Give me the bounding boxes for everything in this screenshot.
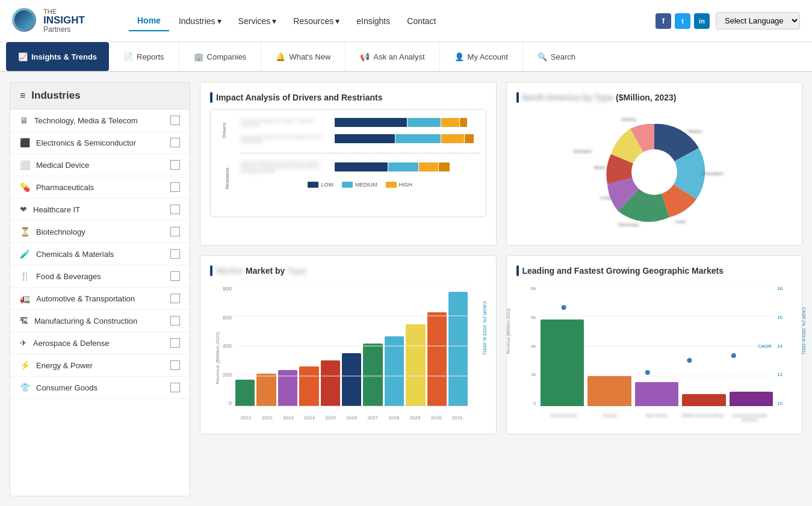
food-checkbox[interactable] bbox=[170, 271, 180, 281]
language-select[interactable]: Select Language bbox=[716, 12, 800, 29]
sidebar-header: ≡ Industries bbox=[10, 82, 190, 110]
top-navigation: THE INSIGHT Partners Home Industries▾ Se… bbox=[0, 0, 812, 42]
tech-label: Technology, Media & Telecom bbox=[34, 116, 138, 125]
consumer-icon: 👕 bbox=[20, 383, 30, 392]
tech-checkbox[interactable] bbox=[170, 116, 180, 125]
food-label: Food & Beverages bbox=[36, 272, 101, 281]
sidebar-item-food[interactable]: 🍴Food & Beverages bbox=[10, 265, 190, 288]
healthcare-icon: ❤ bbox=[20, 205, 27, 214]
sidebar-item-chemicals[interactable]: 🧪Chemicals & Materials bbox=[10, 243, 190, 265]
nav-contact[interactable]: Contact bbox=[400, 11, 443, 31]
consumer-checkbox[interactable] bbox=[170, 383, 180, 392]
charts-row-1: Impact Analysis of Drivers and Restriant… bbox=[200, 82, 802, 245]
subnav-ask-analyst[interactable]: 📢 Ask an Analyst bbox=[346, 42, 439, 71]
geo-chart-card: Leading and Fastest Growing Geographic M… bbox=[506, 255, 803, 434]
auto-checkbox[interactable] bbox=[170, 294, 180, 303]
sidebar-item-tech[interactable]: 🖥Technology, Media & Telecom bbox=[10, 110, 190, 132]
main-content: ≡ Industries 🖥Technology, Media & Teleco… bbox=[0, 72, 812, 506]
donut-chart-card: North America by Type ($Million, 2023) bbox=[506, 82, 803, 245]
sidebar-item-biotech[interactable]: ⏳Biotechnology bbox=[10, 221, 190, 243]
healthcare-checkbox[interactable] bbox=[170, 205, 180, 214]
pharma-checkbox[interactable] bbox=[170, 182, 180, 192]
sidebar-item-medical[interactable]: ⬜Medical Device bbox=[10, 154, 190, 176]
industries-list-icon: ≡ bbox=[20, 90, 25, 101]
impact-chart-visual: Drivers Restraints Growing Emphasis on B… bbox=[210, 109, 486, 217]
social-icons: f t in bbox=[655, 13, 710, 29]
my-account-icon: 👤 bbox=[454, 52, 464, 61]
facebook-icon[interactable]: f bbox=[655, 13, 671, 29]
energy-checkbox[interactable] bbox=[170, 360, 180, 370]
nav-resources[interactable]: Resources▾ bbox=[286, 11, 347, 31]
subnav-insights[interactable]: 📈 Insights & Trends bbox=[6, 42, 109, 71]
subnav-my-account[interactable]: 👤 My Account bbox=[440, 42, 523, 71]
biotech-checkbox[interactable] bbox=[170, 227, 180, 236]
svg-text:Others: Others bbox=[687, 129, 702, 134]
donut-chart-title: North America by Type ($Million, 2023) bbox=[516, 92, 793, 103]
whats-new-icon: 🔔 bbox=[276, 52, 285, 61]
food-icon: 🍴 bbox=[20, 271, 30, 281]
nav-einsights[interactable]: eInsights bbox=[349, 11, 397, 31]
sidebar-item-consumer[interactable]: 👕Consumer Goods bbox=[10, 377, 190, 399]
sidebar-item-aerospace[interactable]: ✈Aerospace & Defense bbox=[10, 332, 190, 354]
svg-point-0 bbox=[631, 149, 677, 195]
chemicals-icon: 🧪 bbox=[20, 249, 30, 259]
energy-label: Energy & Power bbox=[36, 361, 93, 370]
medical-checkbox[interactable] bbox=[170, 160, 180, 170]
subnav-search[interactable]: 🔍 Search bbox=[523, 42, 590, 71]
manufacturing-label: Manufacturing & Construction bbox=[34, 316, 137, 326]
manufacturing-icon: 🏗 bbox=[20, 316, 28, 326]
auto-label: Automotive & Transportation bbox=[36, 294, 135, 303]
energy-icon: ⚡ bbox=[20, 360, 30, 370]
biotech-icon: ⏳ bbox=[20, 227, 30, 236]
svg-text:Stomach: Stomach bbox=[573, 149, 592, 154]
sidebar-item-auto[interactable]: 🚛Automotive & Transportation bbox=[10, 288, 190, 310]
restraints-axis-label: Restraints bbox=[225, 168, 230, 190]
manufacturing-checkbox[interactable] bbox=[170, 316, 180, 326]
aerospace-icon: ✈ bbox=[20, 338, 27, 348]
sidebar: ≡ Industries 🖥Technology, Media & Teleco… bbox=[10, 82, 190, 496]
electronics-label: Electronics & Semiconductor bbox=[36, 138, 136, 147]
drivers-axis-label: Drivers bbox=[222, 123, 227, 138]
bar-market-visual: 0 200 400 600 800 Revenue ($Million,2023… bbox=[210, 280, 486, 424]
medical-label: Medical Device bbox=[36, 161, 89, 170]
electronics-icon: ⬛ bbox=[20, 138, 30, 147]
consumer-label: Consumer Goods bbox=[36, 383, 98, 392]
aerospace-checkbox[interactable] bbox=[170, 338, 180, 348]
subnav-whats-new[interactable]: 🔔 What's New bbox=[261, 42, 346, 71]
svg-text:Brain: Brain bbox=[594, 165, 606, 170]
ask-analyst-icon: 📢 bbox=[360, 52, 370, 61]
nav-home[interactable]: Home bbox=[129, 11, 169, 31]
auto-icon: 🚛 bbox=[20, 294, 30, 303]
svg-text:Liver: Liver bbox=[675, 219, 686, 224]
donut-chart-visual: Others Innovation History Brain Lung Pan… bbox=[516, 109, 793, 235]
geo-chart-visual: 0 2k 4k 6k 8k 10 12 14 16 18 bbox=[516, 280, 793, 424]
sidebar-item-pharma[interactable]: 💊Pharmaceuticals bbox=[10, 176, 190, 199]
logo[interactable]: THE INSIGHT Partners bbox=[12, 8, 114, 34]
subnav-reports[interactable]: 📄 Reports bbox=[109, 42, 179, 71]
impact-analysis-card: Impact Analysis of Drivers and Restriant… bbox=[200, 82, 497, 245]
electronics-checkbox[interactable] bbox=[170, 138, 180, 147]
nav-services[interactable]: Services▾ bbox=[231, 11, 284, 31]
nav-links: Home Industries▾ Services▾ Resources▾ eI… bbox=[129, 11, 444, 31]
linkedin-icon[interactable]: in bbox=[694, 13, 710, 29]
sidebar-item-electronics[interactable]: ⬛Electronics & Semiconductor bbox=[10, 132, 190, 154]
nav-industries[interactable]: Industries▾ bbox=[172, 11, 229, 31]
charts-area: Impact Analysis of Drivers and Restriant… bbox=[200, 82, 802, 496]
bar-market-title: Market Market by Type bbox=[210, 265, 486, 276]
biotech-label: Biotechnology bbox=[36, 227, 85, 236]
sidebar-item-manufacturing[interactable]: 🏗Manufacturing & Construction bbox=[10, 310, 190, 332]
sidebar-item-healthcare[interactable]: ❤Healthcare IT bbox=[10, 199, 190, 221]
twitter-icon[interactable]: t bbox=[675, 13, 690, 29]
svg-text:Lung: Lung bbox=[600, 195, 611, 200]
chemicals-checkbox[interactable] bbox=[170, 249, 180, 259]
chemicals-label: Chemicals & Materials bbox=[36, 250, 114, 259]
tech-icon: 🖥 bbox=[20, 116, 28, 125]
companies-icon: 🏢 bbox=[194, 52, 203, 61]
sub-navigation: 📈 Insights & Trends 📄 Reports 🏢 Companie… bbox=[0, 42, 812, 72]
subnav-companies[interactable]: 🏢 Companies bbox=[179, 42, 262, 71]
bar-market-card: Market Market by Type 0 200 400 600 800 … bbox=[200, 255, 497, 434]
healthcare-label: Healthcare IT bbox=[33, 205, 80, 214]
sidebar-item-energy[interactable]: ⚡Energy & Power bbox=[10, 354, 190, 377]
svg-text:Innovation: Innovation bbox=[701, 171, 724, 176]
svg-text:History: History bbox=[621, 117, 636, 122]
